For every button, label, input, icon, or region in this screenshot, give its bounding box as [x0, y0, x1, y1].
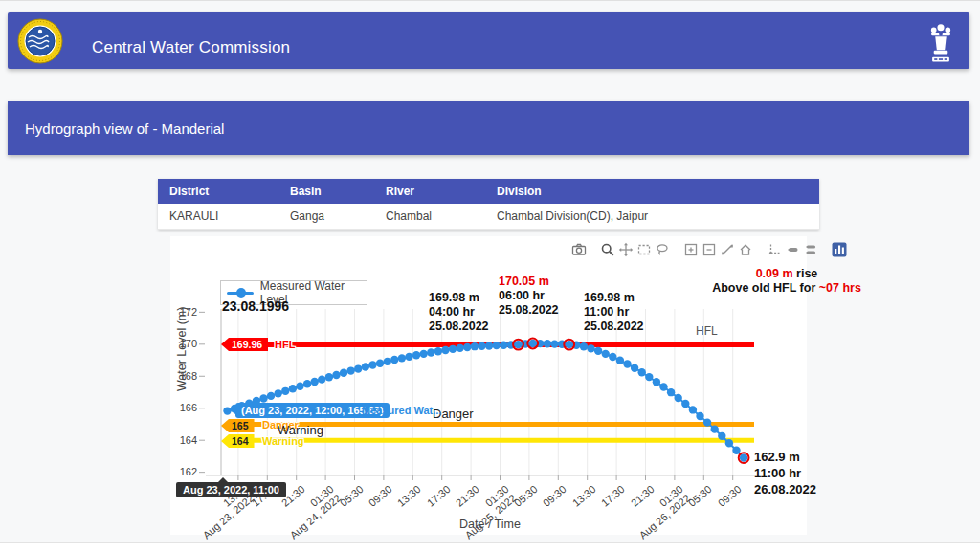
axis-tooltip-caret-icon — [218, 477, 228, 482]
station-table: District Basin River Division KARAULI Ga… — [158, 179, 819, 230]
app-title: Central Water Commission — [92, 38, 290, 57]
legend-line-icon — [227, 292, 254, 295]
col-header-district: District — [158, 179, 278, 204]
zoom-in-icon[interactable] — [681, 242, 700, 258]
cell-river: Chambal — [374, 204, 485, 229]
cell-basin: Ganga — [278, 204, 374, 229]
col-header-basin: Basin — [278, 179, 374, 204]
plotly-logo-icon[interactable] — [830, 242, 848, 258]
reset-axes-icon[interactable] — [736, 242, 754, 258]
y-tick-label: 164 — [161, 434, 197, 446]
col-header-division: Division — [485, 179, 819, 204]
x-axis-title: Date / Time — [459, 518, 521, 531]
table-row: KARAULI Ganga Chambal Chambal Division(C… — [158, 204, 819, 230]
cwc-logo-icon — [16, 17, 64, 65]
peak-max-annotation: 170.05 m 06:00 hr 25.08.2022 — [499, 275, 559, 318]
peak-right-annotation: 169.98 m 11:00 hr 25.08.2022 — [584, 291, 644, 334]
page-title-bar: Hydrograph view of - Manderial — [8, 101, 969, 155]
pan-icon[interactable] — [616, 242, 635, 258]
plotly-modebar — [569, 241, 858, 258]
lasso-icon[interactable] — [653, 242, 671, 258]
cwc-hydrograph-page: Central Water Commission Hydrograph view… — [0, 0, 980, 552]
zoom-out-icon[interactable] — [700, 242, 718, 258]
india-emblem-icon — [922, 21, 960, 65]
tooltip-caret-icon — [230, 407, 235, 414]
hover-compare-icon[interactable] — [801, 242, 819, 258]
zoom-icon[interactable] — [598, 242, 616, 258]
y-tick-label: 166 — [161, 402, 197, 413]
table-header-row: District Basin River Division — [158, 179, 819, 204]
hover-closest-icon[interactable] — [783, 242, 801, 258]
app-header: Central Water Commission — [8, 12, 969, 69]
cell-district: KARAULI — [158, 204, 278, 229]
y-axis-title: Water Level (m) — [175, 307, 189, 391]
trace-name-tooltip: Measured Wat... — [362, 405, 441, 416]
y-tick-label: 162 — [161, 466, 197, 477]
autoscale-icon[interactable] — [718, 242, 736, 258]
peak-left-annotation: 169.98 m 04:00 hr 25.08.2022 — [429, 291, 489, 334]
box-select-icon[interactable] — [635, 242, 653, 258]
col-header-river: River — [374, 179, 485, 204]
rise-annotation: 0.09 m rise Above old HFL for ~07 hrs — [697, 267, 877, 295]
cell-division: Chambal Division(CD), Jaipur — [485, 204, 819, 229]
page-title: Hydrograph view of - Manderial — [25, 121, 224, 137]
old-hfl-date-annotation: 23.08.1996 — [222, 299, 289, 314]
end-level-annotation: 162.9 m 11:00 hr 26.08.2022 — [754, 449, 816, 497]
spikelines-icon[interactable] — [765, 242, 783, 258]
axis-tooltip: Aug 23, 2022, 11:00 — [176, 482, 286, 497]
hfl-line-label: HFL — [275, 339, 295, 350]
hfl-value-tag: 169.96 — [221, 338, 268, 351]
hfl-right-annotation: HFL — [696, 324, 718, 338]
camera-icon[interactable] — [569, 242, 588, 258]
warning-annotation: Warning — [278, 423, 323, 437]
footer-strip — [0, 542, 980, 552]
